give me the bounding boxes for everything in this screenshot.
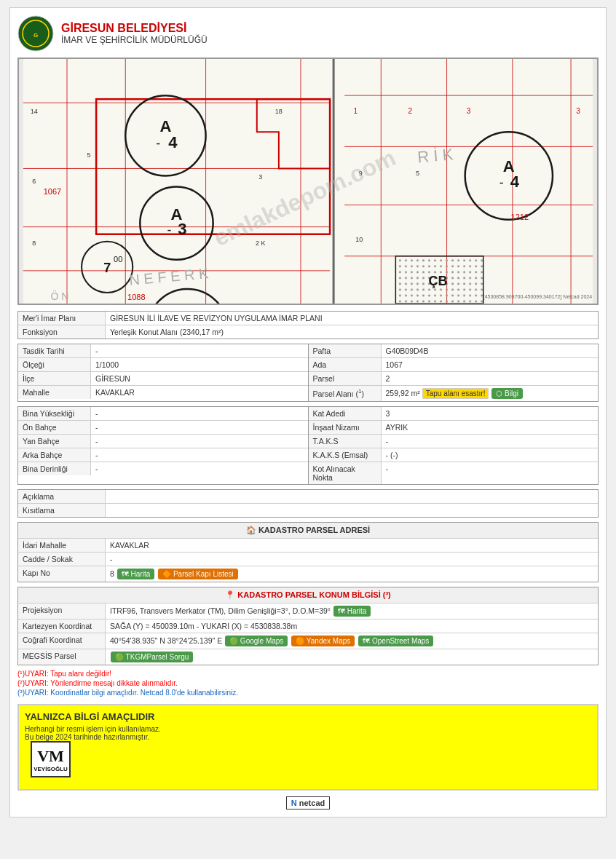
kapi-no-value: 8 🗺 Harita 🔶 Parsel Kapı Listesi <box>106 566 598 582</box>
projeksiyon-value: ITRF96, Transvers Merkator (TM), Dilim G… <box>106 603 598 619</box>
megsis-row: MEGSİS Parsel 🟢 TKGMParsel Sorgu <box>18 649 598 665</box>
ada-row: Ada 1067 <box>309 358 599 372</box>
svg-text:2: 2 <box>408 107 413 115</box>
megsis-value: 🟢 TKGMParsel Sorgu <box>106 649 598 665</box>
svg-text:5: 5 <box>416 170 419 177</box>
bina-yuk-row: Bina Yüksekliği - <box>18 407 308 421</box>
parsel-alan-row: Parsel Alanı (1) 259,92 m² Tapu alanı es… <box>309 386 599 401</box>
kartezyen-row: Kartezyen Koordinat SAĞA (Y) = 450039.10… <box>18 619 598 633</box>
header: G GİRESUN BELEDİYESİ İMAR VE ŞEHİRCİLİK … <box>17 15 599 52</box>
tkgm-parsel-button[interactable]: 🟢 TKGMParsel Sorgu <box>111 652 193 662</box>
insaat-niz-value: AYRIK <box>382 421 599 434</box>
kadastro-konum-section: 📍 KADASTRO PARSEL KONUM BİLGİSİ (³) Proj… <box>17 587 599 665</box>
cografi-label: Coğrafi Koordinat <box>18 633 106 649</box>
bina-der-row: Bina Derinliği - <box>18 462 308 475</box>
fonksiyon-value: Yerleşik Konut Alanı (2340,17 m²) <box>106 325 598 339</box>
svg-text:R İ K: R İ K <box>416 145 454 166</box>
municipality-logo: G <box>17 15 54 52</box>
tasdik-value: - <box>91 344 308 357</box>
svg-text:[4530858.908700-450099.340172]: [4530858.908700-450099.340172] Netcad 20… <box>483 294 593 300</box>
svg-text:00: 00 <box>114 255 122 264</box>
tapu-alani-badge[interactable]: Tapu alanı esastır! <box>422 388 489 399</box>
svg-text:7: 7 <box>103 261 111 275</box>
ada-value: 1067 <box>382 358 599 371</box>
svg-text:14: 14 <box>31 108 38 115</box>
kadastro-adres-section: 🏠 KADASTRO PARSEL ADRESİ İdari Mahalle K… <box>17 522 599 582</box>
meri-imar-label: Mer'i İmar Planı <box>18 312 106 325</box>
kot-value: - <box>382 462 599 484</box>
kadastro-adres-header: 🏠 KADASTRO PARSEL ADRESİ <box>18 523 598 539</box>
svg-text:1212: 1212 <box>511 213 529 221</box>
svg-text:2 K: 2 K <box>256 240 266 247</box>
fonksiyon-label: Fonksiyon <box>18 325 106 339</box>
kapi-no-label: Kapı No <box>18 566 106 582</box>
yandex-maps-button[interactable]: 🟠 Yandex Maps <box>291 636 355 646</box>
svg-text:-: - <box>499 175 504 190</box>
on-bahce-value: - <box>91 421 308 434</box>
left-building-col: Bina Yüksekliği - Ön Bahçe - Yan Bahçe -… <box>18 407 309 484</box>
kadastro-konum-header: 📍 KADASTRO PARSEL KONUM BİLGİSİ (³) <box>18 587 598 603</box>
ada-label: Ada <box>309 358 382 371</box>
aciklama-row: Açıklama <box>18 490 598 504</box>
kaks-row: K.A.K.S (Emsal) - (-) <box>309 448 599 462</box>
svg-text:1067: 1067 <box>44 187 62 196</box>
projeksiyon-label: Projeksiyon <box>18 603 106 619</box>
on-bahce-label: Ön Bahçe <box>18 421 91 434</box>
cadde-sokak-value: - <box>106 553 598 566</box>
idari-mahalle-value: KAVAKLAR <box>106 539 598 552</box>
fonksiyon-row: Fonksiyon Yerleşik Konut Alanı (2340,17 … <box>18 325 598 339</box>
aciklama-label: Açıklama <box>18 490 106 503</box>
bottom-line1: Herhangi bir resmi işlem için kullanılam… <box>25 725 591 733</box>
parsel-value: 2 <box>382 372 599 385</box>
warning-3: (³)UYARI: Koordinatlar bilgi amaçlıdır. … <box>17 689 599 697</box>
svg-text:3: 3 <box>576 107 580 115</box>
kisitlama-row: Kısıtlama <box>18 504 598 517</box>
harita-button-2[interactable]: 🗺 Harita <box>333 606 371 617</box>
mahalle-row: Mahalle KAVAKLAR <box>18 386 308 399</box>
mahalle-label: Mahalle <box>18 386 91 399</box>
parsel-alan-value: 259,92 m² Tapu alanı esastır! ⬡ Bilgi <box>382 386 599 401</box>
vm-text: VEYİSOĞLU <box>33 766 68 772</box>
bilgi-button[interactable]: ⬡ Bilgi <box>491 388 523 399</box>
parsel-kapi-button[interactable]: 🔶 Parsel Kapı Listesi <box>158 569 238 579</box>
warnings-section: (¹)UYARI: Tapu alanı değildir! (²)UYARI:… <box>17 670 599 697</box>
right-basic-col: Pafta G40B09D4B Ada 1067 Parsel 2 Parsel… <box>309 344 599 401</box>
olcek-label: Ölçeği <box>18 358 91 371</box>
meri-imar-value: GİRESUN İLİ İLAVE VE REVİZYON UYGULAMA İ… <box>106 312 598 325</box>
plan-info-section: Mer'i İmar Planı GİRESUN İLİ İLAVE VE RE… <box>17 311 599 339</box>
ilce-value: GİRESUN <box>91 372 308 385</box>
openstreet-maps-button[interactable]: 🗺 OpenStreet Maps <box>358 636 433 646</box>
parsel-alan-label: Parsel Alanı (1) <box>309 386 382 401</box>
bina-der-value: - <box>91 462 308 475</box>
fonksiyon-badge: Yerleşik Konut Alanı (2340,17 m²) <box>110 328 224 336</box>
bottom-line2: Bu belge 2024 tarihinde hazırlanmıştır. <box>25 733 591 741</box>
extra-section: Açıklama Kısıtlama <box>17 489 599 518</box>
pafta-row: Pafta G40B09D4B <box>309 344 599 358</box>
svg-text:G: G <box>33 32 38 39</box>
kat-adedi-value: 3 <box>382 407 599 420</box>
taks-label: T.A.K.S <box>309 435 382 448</box>
parsel-label: Parsel <box>309 372 382 385</box>
bina-der-label: Bina Derinliği <box>18 462 91 475</box>
insaat-niz-row: İnşaat Nizamı AYRIK <box>309 421 599 435</box>
kartezyen-value: SAĞA (Y) = 450039.10m - YUKARI (X) = 453… <box>106 619 598 633</box>
tasdik-row: Tasdik Tarihi - <box>18 344 308 358</box>
svg-text:10: 10 <box>355 236 363 243</box>
harita-button-1[interactable]: 🗺 Harita <box>117 569 154 579</box>
svg-text:4: 4 <box>168 133 178 151</box>
arka-bahce-value: - <box>91 448 308 462</box>
kaks-label: K.A.K.S (Emsal) <box>309 448 382 462</box>
kot-row: Kot Alınacak Nokta - <box>309 462 599 484</box>
kaks-value: - (-) <box>382 448 599 462</box>
svg-text:-: - <box>156 136 160 151</box>
cadde-sokak-row: Cadde / Sokak - <box>18 553 598 566</box>
warning-2: (²)UYARI: Yönlendirme mesajı dikkate alı… <box>17 679 599 687</box>
google-maps-button[interactable]: 🟢 Google Maps <box>225 636 288 646</box>
header-text: GİRESUN BELEDİYESİ İMAR VE ŞEHİRCİLİK MÜ… <box>61 22 208 45</box>
kisitlama-value <box>106 504 598 517</box>
netcad-footer: N netcad <box>17 796 599 809</box>
arka-bahce-label: Arka Bahçe <box>18 448 91 462</box>
map-container: A - 4 A - 3 A - 4 7 00 1067 1088 <box>17 58 599 305</box>
svg-text:1088: 1088 <box>127 293 146 301</box>
aciklama-value <box>106 490 598 503</box>
